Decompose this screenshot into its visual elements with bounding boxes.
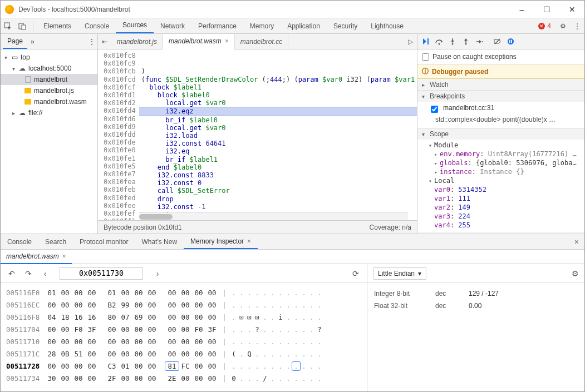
refresh-icon[interactable]: ⟳ (350, 269, 361, 278)
nav-back-icon[interactable]: ⇤ (98, 38, 111, 46)
more-menu-icon[interactable]: ⋮ (570, 19, 584, 33)
h-scrollbar[interactable] (139, 212, 408, 220)
breakpoint-checkbox[interactable] (431, 106, 438, 113)
scope-local[interactable]: ▾Local (417, 176, 584, 185)
panel-tab-security[interactable]: Security (327, 18, 364, 34)
code-line[interactable]: local.get $var0 (139, 99, 417, 107)
panel-tab-application[interactable]: Application (281, 18, 327, 34)
tree-file-js[interactable]: mandelbrot.js (1, 85, 97, 96)
address-input[interactable] (60, 267, 143, 280)
editor-tab[interactable]: mandelbrot.wasm× (163, 34, 235, 49)
hex-row[interactable]: 005116EC00000000B299000000000000|.......… (6, 299, 361, 311)
redo-icon[interactable]: ↷ (23, 269, 34, 278)
hex-row[interactable]: 00511734300000002F0000002E000000|0.../..… (6, 372, 361, 384)
resume-button[interactable] (420, 36, 432, 48)
pause-exceptions-button[interactable] (504, 36, 517, 48)
endianness-dropdown[interactable]: Little Endian▾ (373, 267, 426, 280)
panel-tab-sources[interactable]: Sources (116, 18, 154, 33)
code-line[interactable]: i32.const 64641 (139, 140, 417, 147)
code-line[interactable]: br_if $label0 (139, 116, 417, 124)
drawer-tab-protocol-monitor[interactable]: Protocol monitor (73, 234, 135, 250)
code-line[interactable]: block $label1 (139, 83, 417, 91)
scope-section[interactable]: ▾Scope (417, 128, 584, 140)
close-icon[interactable]: × (62, 252, 66, 260)
local-var[interactable]: var1: 111 (417, 194, 584, 203)
step-out-button[interactable] (460, 36, 472, 48)
close-button[interactable]: ✕ (559, 1, 584, 18)
deactivate-breakpoints-button[interactable] (491, 36, 503, 48)
step-into-button[interactable] (446, 36, 459, 48)
panel-tab-memory[interactable]: Memory (243, 18, 281, 34)
mem-file-tab[interactable]: mandelbrot.wasm× (1, 250, 72, 264)
code-line[interactable]: end $label0 (139, 163, 417, 171)
breakpoints-section[interactable]: ▾Breakpoints (417, 91, 584, 102)
drawer-tab-memory-inspector[interactable]: Memory Inspector× (184, 234, 258, 249)
drawer-close-icon[interactable]: × (569, 237, 584, 246)
step-over-button[interactable] (433, 36, 445, 48)
hex-row[interactable]: 00511710000000000000000000000000|.......… (6, 335, 361, 348)
hex-row[interactable]: 005117040000F03F000000000000F03F|...?...… (6, 323, 361, 335)
drawer-tab-what-s-new[interactable]: What's New (135, 234, 184, 250)
code-line[interactable]: i32.const -1 (139, 203, 417, 211)
hex-row[interactable]: 005116E0010000000100000000000000|.......… (6, 286, 361, 299)
code-line[interactable]: br_if $label1 (139, 156, 417, 163)
settings-gear-icon[interactable]: ⚙ (555, 19, 570, 33)
hex-viewer[interactable]: 005116E0010000000100000000000000|.......… (1, 283, 367, 391)
panel-tab-network[interactable]: Network (154, 18, 191, 34)
hex-row[interactable]: 0051171C280B51000000000000000000|(.Q....… (6, 348, 361, 360)
local-var[interactable]: var3: 224 (417, 212, 584, 221)
scope-instance[interactable]: ▸instance: Instance {} (417, 167, 584, 176)
code-line[interactable]: i32.const 8833 (139, 171, 417, 179)
code-line[interactable]: local.get $var0 (139, 124, 417, 132)
errors-badge[interactable]: ✕ 4 (538, 22, 551, 30)
local-var[interactable]: var2: 149 (417, 203, 584, 212)
tree-file-wasm[interactable]: mandelbrot.wasm (1, 96, 97, 107)
editor-tab[interactable]: mandelbrot.js (111, 34, 163, 49)
local-var[interactable]: var4: 255 (417, 221, 584, 230)
pause-on-caught-checkbox[interactable] (422, 53, 429, 61)
inspect-element-icon[interactable] (1, 19, 15, 33)
maximize-button[interactable]: ☐ (534, 1, 559, 18)
code-line[interactable]: call $SDL_SetError (139, 187, 417, 195)
tree-top[interactable]: ▾▭top (1, 52, 97, 63)
tree-file-scheme[interactable]: ▸☁file:// (1, 107, 97, 118)
mem-settings-icon[interactable]: ⚙ (572, 269, 579, 278)
code-area[interactable]: )(func $SDL_SetRenderDrawColor (;444;) (… (139, 49, 417, 220)
prev-page-icon[interactable]: ‹ (40, 269, 51, 278)
nav-menu-icon[interactable]: ⋮ (89, 38, 95, 46)
code-line[interactable]: (func $SDL_SetRenderDrawColor (;444;) (p… (139, 76, 417, 83)
code-line[interactable]: i32.const 0 (139, 179, 417, 187)
code-line[interactable]: drop (139, 195, 417, 203)
close-icon[interactable]: × (247, 237, 251, 245)
drawer-tab-console[interactable]: Console (1, 234, 38, 250)
scope-env-memory[interactable]: ▸env.memory: Uint8Array(16777216) [101, … (417, 150, 584, 158)
scope-module[interactable]: ▾Module (417, 141, 584, 150)
nav-more-icon[interactable]: » (31, 38, 35, 46)
editor-tab[interactable]: mandelbrot.cc (235, 34, 288, 49)
watch-section[interactable]: ▸Watch (417, 79, 584, 90)
panel-tab-console[interactable]: Console (78, 18, 116, 34)
code-line[interactable]: block $label0 (139, 91, 417, 99)
close-icon[interactable]: × (225, 37, 229, 45)
panel-tab-elements[interactable]: Elements (37, 18, 78, 34)
code-line[interactable]: i32.eq (139, 147, 417, 155)
tree-host[interactable]: ▾☁localhost:5000 (1, 63, 97, 74)
scope-globals[interactable]: ▸globals: {global0: 5306976, global1: 65… (417, 158, 584, 167)
panel-tab-performance[interactable]: Performance (191, 18, 243, 34)
drawer-tab-search[interactable]: Search (38, 234, 73, 250)
code-line[interactable]: i32.eqz (139, 107, 417, 116)
hex-row[interactable]: 0051172800000000C301000081FC0000|.......… (6, 360, 361, 372)
nav-page-tab[interactable]: Page (3, 34, 27, 49)
step-button[interactable] (473, 36, 485, 48)
minimize-button[interactable]: – (509, 1, 534, 18)
tree-file-mandelbrot[interactable]: mandelbrot (1, 74, 97, 85)
panel-tab-lighthouse[interactable]: Lighthouse (364, 18, 410, 34)
run-snippet-icon[interactable]: ▷ (404, 38, 417, 46)
hex-row[interactable]: 005116F8041816168007690000000000|.⊡⊡⊡..i… (6, 311, 361, 323)
breakpoint-row[interactable]: mandelbrot.cc:31 (417, 103, 584, 116)
undo-icon[interactable]: ↶ (6, 269, 17, 278)
code-line[interactable]: i32.load (139, 132, 417, 140)
code-line[interactable]: ) (139, 67, 417, 75)
local-var[interactable]: var0: 5314352 (417, 185, 584, 194)
device-mode-icon[interactable] (15, 19, 30, 33)
